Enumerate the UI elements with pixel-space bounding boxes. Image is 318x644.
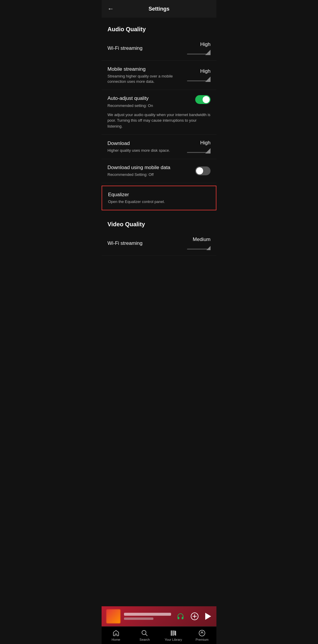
svg-rect-6 [171, 630, 172, 636]
now-playing-artist [124, 617, 153, 620]
premium-icon [198, 630, 206, 637]
download-label: Download [107, 140, 176, 147]
video-wifi-streaming-left: Wi-Fi streaming [107, 240, 181, 247]
video-wifi-streaming-row[interactable]: Wi-Fi streaming Medium [102, 231, 216, 256]
svg-rect-7 [173, 630, 174, 636]
wifi-streaming-left: Wi-Fi streaming [107, 45, 181, 52]
wifi-streaming-bar [187, 49, 211, 55]
audio-quality-heading: Audio Quality [102, 18, 216, 36]
nav-premium-label: Premium [196, 638, 208, 641]
mobile-streaming-selector[interactable]: High [181, 68, 211, 82]
search-icon [141, 630, 148, 637]
toggle-knob-on [203, 96, 210, 103]
svg-point-8 [199, 630, 205, 636]
nav-item-library[interactable]: Your Library [159, 627, 188, 644]
svg-line-5 [146, 634, 148, 636]
auto-adjust-left: Auto-adjust quality Recommended setting:… [107, 95, 195, 108]
svg-point-9 [201, 631, 203, 633]
video-quality-heading: Video Quality [102, 213, 216, 231]
download-mobile-toggle[interactable] [195, 166, 211, 175]
nav-item-premium[interactable]: Premium [188, 627, 217, 644]
download-mobile-row[interactable]: Download using mobile data Recommended S… [102, 159, 216, 183]
toggle-slider-on [195, 95, 211, 104]
mobile-streaming-value: High [200, 68, 211, 74]
now-playing-controls [176, 612, 212, 620]
download-mobile-sublabel: Recommended Setting: Off [107, 172, 191, 177]
nav-search-label: Search [140, 638, 150, 641]
download-sublabel: Higher quality uses more disk space. [107, 148, 176, 153]
mobile-streaming-sublabel: Streaming higher quality over a mobile c… [107, 74, 176, 84]
wifi-streaming-row[interactable]: Wi-Fi streaming High [102, 36, 216, 61]
now-playing-title [124, 613, 171, 616]
mobile-streaming-row[interactable]: Mobile streaming Streaming higher qualit… [102, 61, 216, 90]
equalizer-row[interactable]: Equalizer Open the Equalizer control pan… [102, 186, 216, 210]
download-mobile-left: Download using mobile data Recommended S… [107, 164, 195, 177]
add-icon[interactable] [191, 612, 199, 620]
video-wifi-streaming-selector[interactable]: Medium [181, 237, 211, 250]
nav-item-home[interactable]: Home [102, 627, 130, 644]
mobile-streaming-bar [187, 76, 211, 82]
equalizer-label: Equalizer [108, 191, 210, 198]
wifi-streaming-label: Wi-Fi streaming [107, 45, 176, 52]
toggle-knob-off [196, 167, 203, 174]
svg-marker-3 [205, 613, 211, 620]
auto-adjust-sublabel: Recommended setting: On [107, 103, 191, 108]
video-wifi-streaming-label: Wi-Fi streaming [107, 240, 176, 247]
video-wifi-streaming-value: Medium [193, 237, 211, 242]
header: ← Settings [102, 0, 216, 18]
quality-triangle-high-3 [205, 148, 211, 153]
video-wifi-streaming-bar [187, 244, 211, 250]
wifi-streaming-value: High [200, 42, 211, 47]
page-title: Settings [148, 6, 169, 12]
now-playing-thumbnail [106, 609, 120, 623]
mobile-streaming-left: Mobile streaming Streaming higher qualit… [107, 66, 181, 84]
download-row[interactable]: Download Higher quality uses more disk s… [102, 135, 216, 159]
bottom-nav: Home Search Your Library [102, 626, 216, 644]
auto-adjust-description: We adjust your audio quality when your i… [102, 112, 216, 135]
wifi-streaming-selector[interactable]: High [181, 42, 211, 55]
play-icon[interactable] [205, 612, 212, 620]
now-playing-info [124, 613, 176, 620]
back-button[interactable]: ← [107, 5, 119, 13]
now-playing-bar[interactable] [102, 606, 216, 626]
home-icon [112, 630, 120, 637]
download-selector[interactable]: High [181, 140, 211, 153]
download-value: High [200, 140, 211, 146]
nav-library-label: Your Library [165, 638, 182, 641]
download-left: Download Higher quality uses more disk s… [107, 140, 181, 153]
quality-triangle-high [205, 50, 211, 55]
mobile-streaming-label: Mobile streaming [107, 66, 176, 72]
content: Audio Quality Wi-Fi streaming High Mobil… [102, 18, 216, 294]
auto-adjust-row[interactable]: Auto-adjust quality Recommended setting:… [102, 90, 216, 112]
quality-triangle-high-2 [205, 77, 211, 82]
auto-adjust-label: Auto-adjust quality [107, 95, 191, 102]
nav-item-search[interactable]: Search [130, 627, 159, 644]
nav-home-label: Home [112, 638, 120, 641]
toggle-slider-off [195, 166, 211, 175]
auto-adjust-toggle[interactable] [195, 95, 211, 104]
headphones-icon[interactable] [176, 612, 185, 620]
quality-triangle-medium [206, 246, 211, 250]
library-icon [170, 630, 177, 637]
download-mobile-label: Download using mobile data [107, 164, 191, 171]
equalizer-sublabel: Open the Equalizer control panel. [108, 199, 210, 204]
download-bar [187, 148, 211, 153]
